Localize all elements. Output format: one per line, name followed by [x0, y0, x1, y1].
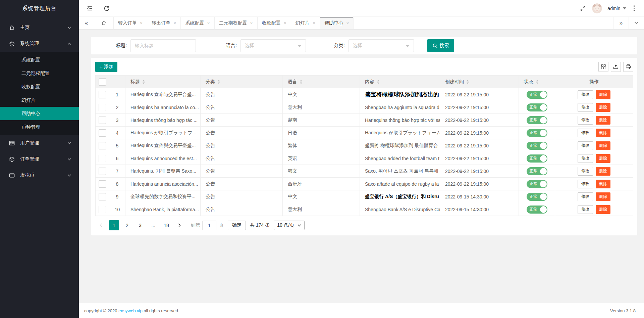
tab-home[interactable]	[94, 17, 114, 29]
status-toggle[interactable]: 正常	[527, 154, 547, 163]
status-toggle[interactable]: 正常	[527, 206, 547, 214]
sort-icon[interactable]	[300, 80, 303, 84]
print-icon[interactable]	[623, 62, 633, 72]
sort-icon[interactable]	[142, 80, 145, 84]
row-checkbox[interactable]	[99, 129, 106, 137]
status-toggle[interactable]: 正常	[527, 193, 547, 201]
status-toggle[interactable]: 正常	[527, 142, 547, 150]
edit-button[interactable]: 修改	[578, 205, 593, 214]
edit-button[interactable]: 修改	[578, 141, 593, 150]
close-icon[interactable]: ×	[284, 20, 286, 26]
edit-button[interactable]: 修改	[578, 192, 593, 201]
add-button[interactable]: + 添加	[95, 62, 117, 72]
page-next-icon[interactable]	[174, 220, 184, 230]
sidebar-subitem-收款配置[interactable]: 收款配置	[0, 80, 79, 93]
tab-转出订单[interactable]: 转出订单×	[147, 17, 181, 29]
title-filter-input[interactable]	[130, 39, 196, 52]
tab-帮助中心[interactable]: 帮助中心×	[320, 17, 354, 29]
edit-button[interactable]: 修改	[578, 129, 593, 137]
delete-button[interactable]: 删除	[596, 205, 610, 214]
language-select[interactable]: 选择	[240, 39, 306, 52]
sidebar-subitem-系统配置[interactable]: 系统配置	[0, 53, 79, 66]
close-icon[interactable]: ×	[173, 20, 176, 26]
sidebar-item-虚拟币[interactable]: 虚拟币	[0, 167, 79, 183]
row-checkbox[interactable]	[99, 91, 106, 98]
status-toggle[interactable]: 正常	[527, 103, 547, 111]
row-checkbox[interactable]	[99, 155, 106, 162]
row-checkbox[interactable]	[99, 193, 106, 200]
sidebar-item-主页[interactable]: 主页	[0, 19, 79, 36]
close-icon[interactable]: ×	[140, 20, 143, 26]
tabs-scroll-right-icon[interactable]: »	[613, 17, 629, 29]
tab-系统配置[interactable]: 系统配置×	[181, 17, 214, 29]
edit-button[interactable]: 修改	[578, 154, 593, 163]
delete-button[interactable]: 删除	[596, 192, 610, 201]
sidebar-subitem-币种管理[interactable]: 币种管理	[0, 120, 79, 134]
page-jump-input[interactable]	[202, 221, 216, 230]
delete-button[interactable]: 删除	[596, 154, 610, 163]
collapse-sidebar-icon[interactable]	[86, 5, 94, 12]
refresh-icon[interactable]	[103, 5, 110, 12]
close-icon[interactable]: ×	[313, 20, 315, 26]
sidebar-item-系统管理[interactable]: 系统管理	[0, 36, 79, 52]
sidebar-item-用户管理[interactable]: 用户管理	[0, 135, 79, 151]
edit-button[interactable]: 修改	[578, 167, 593, 176]
export-icon[interactable]	[611, 62, 621, 72]
close-icon[interactable]: ×	[250, 20, 253, 26]
tab-收款配置[interactable]: 收款配置×	[258, 17, 291, 29]
sort-icon[interactable]	[377, 80, 380, 84]
jump-confirm-button[interactable]: 确定	[228, 221, 246, 230]
sort-icon[interactable]	[536, 80, 539, 84]
close-icon[interactable]: ×	[207, 20, 210, 26]
status-toggle[interactable]: 正常	[527, 91, 547, 99]
row-checkbox[interactable]	[99, 168, 106, 175]
admin-dropdown[interactable]: admin	[607, 6, 626, 11]
sidebar-subitem-幻灯片[interactable]: 幻灯片	[0, 93, 79, 107]
footer-link[interactable]: easyweb.vip	[118, 308, 143, 313]
tabs-menu-icon[interactable]	[629, 17, 644, 29]
per-page-select[interactable]: 10 条/页	[274, 221, 304, 230]
row-checkbox[interactable]	[99, 104, 106, 111]
tab-幻灯片[interactable]: 幻灯片×	[291, 17, 320, 29]
more-icon[interactable]	[632, 4, 637, 12]
tab-转入订单[interactable]: 转入订单×	[114, 17, 147, 29]
close-icon[interactable]: ×	[346, 20, 349, 26]
delete-button[interactable]: 删除	[596, 103, 610, 112]
delete-button[interactable]: 删除	[596, 116, 610, 125]
select-all-checkbox[interactable]	[99, 78, 106, 86]
tabs-scroll-left-icon[interactable]: «	[79, 17, 94, 29]
delete-button[interactable]: 删除	[596, 167, 610, 176]
avatar[interactable]	[592, 3, 602, 13]
status-toggle[interactable]: 正常	[527, 167, 547, 175]
sidebar-item-订单管理[interactable]: 订单管理	[0, 151, 79, 167]
edit-button[interactable]: 修改	[578, 103, 593, 112]
edit-button[interactable]: 修改	[578, 116, 593, 125]
delete-button[interactable]: 删除	[596, 141, 610, 150]
sort-icon[interactable]	[217, 80, 220, 84]
row-checkbox[interactable]	[99, 142, 106, 149]
row-checkbox[interactable]	[99, 206, 106, 213]
delete-button[interactable]: 删除	[596, 90, 610, 99]
edit-button[interactable]: 修改	[578, 90, 593, 99]
edit-button[interactable]: 修改	[578, 180, 593, 188]
page-button-3[interactable]: 3	[135, 220, 145, 230]
sidebar-subitem-帮助中心[interactable]: 帮助中心	[0, 107, 79, 120]
delete-button[interactable]: 删除	[596, 129, 610, 137]
sort-icon[interactable]	[466, 80, 469, 84]
fullscreen-icon[interactable]	[579, 5, 587, 12]
search-button[interactable]: 搜索	[427, 39, 454, 52]
page-prev-icon[interactable]	[96, 220, 106, 230]
row-checkbox[interactable]	[99, 117, 106, 124]
status-toggle[interactable]: 正常	[527, 180, 547, 188]
page-button-18[interactable]: 18	[161, 220, 171, 230]
tab-二元期权配置[interactable]: 二元期权配置×	[215, 17, 258, 29]
page-button-1[interactable]: 1	[109, 220, 119, 230]
columns-icon[interactable]	[598, 62, 608, 72]
delete-button[interactable]: 删除	[596, 180, 610, 188]
category-select[interactable]: 选择	[348, 39, 414, 52]
sidebar-subitem-二元期权配置[interactable]: 二元期权配置	[0, 66, 79, 80]
status-toggle[interactable]: 正常	[527, 116, 547, 124]
row-checkbox[interactable]	[99, 180, 106, 188]
page-button-2[interactable]: 2	[122, 220, 132, 230]
status-toggle[interactable]: 正常	[527, 129, 547, 137]
